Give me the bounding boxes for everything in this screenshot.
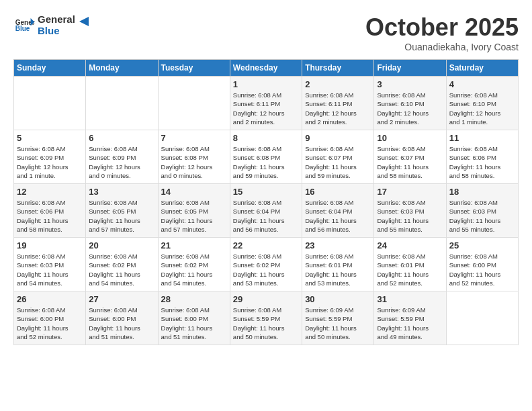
day-number: 7 bbox=[161, 133, 227, 143]
day-of-week-header: Friday bbox=[374, 60, 446, 77]
day-number: 28 bbox=[161, 294, 227, 304]
day-number: 10 bbox=[377, 133, 443, 143]
day-info: Sunrise: 6:08 AM Sunset: 6:09 PM Dayligh… bbox=[17, 144, 83, 180]
day-number: 21 bbox=[161, 240, 227, 250]
day-info: Sunrise: 6:09 AM Sunset: 5:59 PM Dayligh… bbox=[305, 306, 371, 341]
month-title: October 2025 bbox=[365, 13, 519, 42]
calendar-cell: 3Sunrise: 6:08 AM Sunset: 6:10 PM Daylig… bbox=[374, 77, 446, 130]
day-info: Sunrise: 6:08 AM Sunset: 6:00 PM Dayligh… bbox=[89, 306, 154, 341]
day-info: Sunrise: 6:08 AM Sunset: 6:10 PM Dayligh… bbox=[377, 91, 443, 126]
calendar-cell: 18Sunrise: 6:08 AM Sunset: 6:03 PM Dayli… bbox=[446, 184, 518, 238]
calendar-cell: 23Sunrise: 6:08 AM Sunset: 6:01 PM Dayli… bbox=[302, 238, 374, 291]
calendar-week-row: 5Sunrise: 6:08 AM Sunset: 6:09 PM Daylig… bbox=[14, 130, 519, 184]
calendar-week-row: 12Sunrise: 6:08 AM Sunset: 6:06 PM Dayli… bbox=[14, 184, 519, 238]
day-number: 13 bbox=[89, 187, 154, 197]
day-of-week-header: Monday bbox=[86, 60, 158, 77]
day-number: 4 bbox=[449, 79, 515, 89]
calendar-cell: 19Sunrise: 6:08 AM Sunset: 6:03 PM Dayli… bbox=[14, 238, 86, 291]
day-of-week-header: Sunday bbox=[14, 60, 86, 77]
calendar-cell: 2Sunrise: 6:08 AM Sunset: 6:11 PM Daylig… bbox=[302, 77, 374, 130]
day-info: Sunrise: 6:08 AM Sunset: 6:01 PM Dayligh… bbox=[305, 252, 371, 287]
calendar-cell: 29Sunrise: 6:08 AM Sunset: 5:59 PM Dayli… bbox=[230, 291, 302, 345]
calendar-cell: 15Sunrise: 6:08 AM Sunset: 6:04 PM Dayli… bbox=[230, 184, 302, 238]
calendar-cell: 25Sunrise: 6:08 AM Sunset: 6:00 PM Dayli… bbox=[446, 238, 518, 291]
day-number: 14 bbox=[161, 187, 227, 197]
day-info: Sunrise: 6:08 AM Sunset: 6:05 PM Dayligh… bbox=[89, 198, 154, 234]
day-info: Sunrise: 6:08 AM Sunset: 6:08 PM Dayligh… bbox=[161, 144, 227, 180]
day-info: Sunrise: 6:09 AM Sunset: 5:59 PM Dayligh… bbox=[377, 306, 443, 341]
day-info: Sunrise: 6:08 AM Sunset: 6:02 PM Dayligh… bbox=[233, 252, 299, 287]
logo-blue: Blue bbox=[38, 25, 75, 36]
day-number: 23 bbox=[305, 240, 371, 250]
calendar-cell: 17Sunrise: 6:08 AM Sunset: 6:03 PM Dayli… bbox=[374, 184, 446, 238]
day-info: Sunrise: 6:08 AM Sunset: 6:01 PM Dayligh… bbox=[377, 252, 443, 287]
day-of-week-header: Saturday bbox=[446, 60, 518, 77]
calendar-cell: 6Sunrise: 6:08 AM Sunset: 6:09 PM Daylig… bbox=[86, 130, 158, 184]
day-info: Sunrise: 6:08 AM Sunset: 6:00 PM Dayligh… bbox=[449, 252, 515, 287]
calendar-header-row: SundayMondayTuesdayWednesdayThursdayFrid… bbox=[14, 60, 519, 77]
calendar-cell: 31Sunrise: 6:09 AM Sunset: 5:59 PM Dayli… bbox=[374, 291, 446, 345]
day-info: Sunrise: 6:08 AM Sunset: 6:03 PM Dayligh… bbox=[449, 198, 515, 234]
day-number: 31 bbox=[377, 294, 443, 304]
calendar-cell: 13Sunrise: 6:08 AM Sunset: 6:05 PM Dayli… bbox=[86, 184, 158, 238]
calendar-cell bbox=[14, 77, 86, 130]
calendar-cell: 14Sunrise: 6:08 AM Sunset: 6:05 PM Dayli… bbox=[158, 184, 230, 238]
day-info: Sunrise: 6:08 AM Sunset: 6:09 PM Dayligh… bbox=[89, 144, 154, 180]
svg-marker-3 bbox=[79, 17, 89, 26]
calendar-cell: 21Sunrise: 6:08 AM Sunset: 6:02 PM Dayli… bbox=[158, 238, 230, 291]
day-info: Sunrise: 6:08 AM Sunset: 6:03 PM Dayligh… bbox=[17, 252, 83, 287]
calendar-cell: 4Sunrise: 6:08 AM Sunset: 6:10 PM Daylig… bbox=[446, 77, 518, 130]
calendar-week-row: 19Sunrise: 6:08 AM Sunset: 6:03 PM Dayli… bbox=[14, 238, 519, 291]
day-info: Sunrise: 6:08 AM Sunset: 6:06 PM Dayligh… bbox=[449, 144, 515, 180]
logo: General Blue General Blue bbox=[13, 13, 91, 36]
day-info: Sunrise: 6:08 AM Sunset: 6:11 PM Dayligh… bbox=[305, 91, 371, 126]
day-of-week-header: Thursday bbox=[302, 60, 374, 77]
day-number: 20 bbox=[89, 240, 154, 250]
day-info: Sunrise: 6:08 AM Sunset: 6:02 PM Dayligh… bbox=[89, 252, 154, 287]
day-info: Sunrise: 6:08 AM Sunset: 6:07 PM Dayligh… bbox=[305, 144, 371, 180]
title-block: October 2025 Ouanadiekaha, Ivory Coast bbox=[365, 13, 519, 52]
logo-arrow-icon bbox=[77, 14, 91, 29]
day-number: 30 bbox=[305, 294, 371, 304]
day-number: 17 bbox=[377, 187, 443, 197]
calendar-cell: 16Sunrise: 6:08 AM Sunset: 6:04 PM Dayli… bbox=[302, 184, 374, 238]
day-number: 26 bbox=[17, 294, 83, 304]
day-info: Sunrise: 6:08 AM Sunset: 6:06 PM Dayligh… bbox=[17, 198, 83, 234]
calendar-cell: 28Sunrise: 6:08 AM Sunset: 6:00 PM Dayli… bbox=[158, 291, 230, 345]
day-info: Sunrise: 6:08 AM Sunset: 5:59 PM Dayligh… bbox=[233, 306, 299, 341]
location-subtitle: Ouanadiekaha, Ivory Coast bbox=[365, 42, 519, 52]
day-info: Sunrise: 6:08 AM Sunset: 6:00 PM Dayligh… bbox=[17, 306, 83, 341]
logo-icon: General Blue bbox=[15, 18, 35, 32]
day-info: Sunrise: 6:08 AM Sunset: 6:11 PM Dayligh… bbox=[233, 91, 299, 126]
day-info: Sunrise: 6:08 AM Sunset: 6:00 PM Dayligh… bbox=[161, 306, 227, 341]
page-header: General Blue General Blue October 2025 O… bbox=[13, 13, 519, 52]
calendar-cell: 26Sunrise: 6:08 AM Sunset: 6:00 PM Dayli… bbox=[14, 291, 86, 345]
calendar-cell: 9Sunrise: 6:08 AM Sunset: 6:07 PM Daylig… bbox=[302, 130, 374, 184]
calendar-cell: 22Sunrise: 6:08 AM Sunset: 6:02 PM Dayli… bbox=[230, 238, 302, 291]
day-number: 16 bbox=[305, 187, 371, 197]
day-number: 18 bbox=[449, 187, 515, 197]
calendar-cell: 11Sunrise: 6:08 AM Sunset: 6:06 PM Dayli… bbox=[446, 130, 518, 184]
day-number: 2 bbox=[305, 79, 371, 89]
calendar-cell: 10Sunrise: 6:08 AM Sunset: 6:07 PM Dayli… bbox=[374, 130, 446, 184]
calendar-cell bbox=[446, 291, 518, 345]
day-of-week-header: Tuesday bbox=[158, 60, 230, 77]
calendar-week-row: 26Sunrise: 6:08 AM Sunset: 6:00 PM Dayli… bbox=[14, 291, 519, 345]
calendar-cell: 20Sunrise: 6:08 AM Sunset: 6:02 PM Dayli… bbox=[86, 238, 158, 291]
calendar-cell: 1Sunrise: 6:08 AM Sunset: 6:11 PM Daylig… bbox=[230, 77, 302, 130]
svg-text:Blue: Blue bbox=[15, 25, 30, 32]
day-info: Sunrise: 6:08 AM Sunset: 6:04 PM Dayligh… bbox=[305, 198, 371, 234]
day-number: 5 bbox=[17, 133, 83, 143]
day-number: 8 bbox=[233, 133, 299, 143]
calendar-cell bbox=[86, 77, 158, 130]
calendar-cell: 27Sunrise: 6:08 AM Sunset: 6:00 PM Dayli… bbox=[86, 291, 158, 345]
day-number: 19 bbox=[17, 240, 83, 250]
day-number: 6 bbox=[89, 133, 154, 143]
day-info: Sunrise: 6:08 AM Sunset: 6:02 PM Dayligh… bbox=[161, 252, 227, 287]
day-number: 1 bbox=[233, 79, 299, 89]
day-number: 22 bbox=[233, 240, 299, 250]
calendar-cell: 8Sunrise: 6:08 AM Sunset: 6:08 PM Daylig… bbox=[230, 130, 302, 184]
calendar-cell bbox=[158, 77, 230, 130]
calendar-body: 1Sunrise: 6:08 AM Sunset: 6:11 PM Daylig… bbox=[14, 77, 519, 345]
day-info: Sunrise: 6:08 AM Sunset: 6:07 PM Dayligh… bbox=[377, 144, 443, 180]
